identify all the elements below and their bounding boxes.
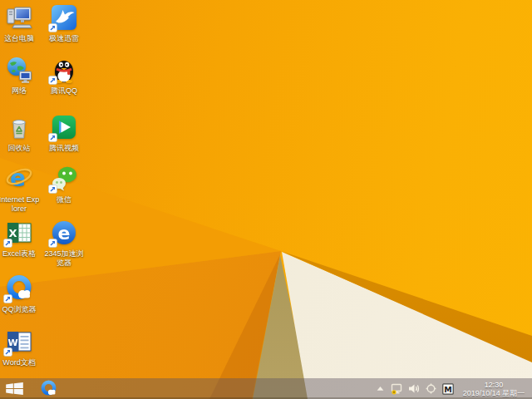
icon-label: 回收站 [8, 144, 31, 153]
taskbar-clock[interactable]: 12:30 2019/10/14 星期一 [460, 381, 528, 397]
shortcut-arrow-icon [48, 76, 57, 85]
svg-text:X: X [8, 227, 17, 239]
windows-logo-icon [6, 382, 23, 395]
security-warning-icon [390, 383, 402, 395]
volume-icon [408, 383, 420, 394]
desktop-screen: 这台电脑 极速迅雷 网络 [0, 0, 532, 399]
ime-letter: M [444, 384, 451, 393]
recycle-bin-icon [5, 113, 33, 141]
desktop-icon-recycle-bin[interactable]: 回收站 [0, 113, 40, 153]
desktop-icon-wechat[interactable]: 微信 [43, 165, 85, 204]
desktop-icon-network[interactable]: 网络 [0, 56, 40, 96]
ime-indicator-icon: M [442, 383, 454, 395]
taskbar: M 12:30 2019/10/14 星期一 [0, 378, 532, 399]
svg-text:e: e [58, 223, 71, 244]
clock-time: 12:30 [485, 381, 504, 389]
svg-text:W: W [7, 337, 17, 348]
tray-ime-indicator[interactable]: M [442, 383, 454, 395]
icon-label: 腾讯视频 [49, 144, 79, 153]
desktop-icon-qq-browser[interactable]: QQ浏览器 [0, 274, 40, 314]
network-globe-icon [5, 56, 33, 84]
shortcut-arrow-icon [48, 185, 57, 194]
qq-browser-icon [40, 380, 57, 397]
taskbar-app-qq-browser[interactable] [33, 378, 63, 399]
tray-volume[interactable] [408, 383, 420, 394]
icon-label: 极速迅雷 [49, 34, 79, 43]
icon-label: 2345加速浏览器 [43, 249, 85, 268]
desktop-icon-excel[interactable]: X Excel表格 [0, 219, 40, 259]
desktop-icon-2345-browser[interactable]: e 2345加速浏览器 [43, 219, 85, 268]
desktop-icon-thunder[interactable]: 极速迅雷 [43, 3, 85, 43]
shortcut-arrow-icon [3, 239, 12, 248]
icon-label: 这台电脑 [4, 34, 34, 43]
icon-label: 腾讯QQ [51, 86, 77, 96]
desktop-icon-this-pc[interactable]: 这台电脑 [0, 3, 40, 43]
start-button[interactable] [0, 378, 28, 399]
shortcut-arrow-icon [48, 239, 57, 248]
tray-action-center[interactable] [426, 383, 436, 394]
icon-label: Internet Explorer [0, 195, 40, 214]
icon-label: 网络 [12, 86, 27, 96]
hidden-icons-chevron-icon [377, 386, 384, 392]
shortcut-arrow-icon [3, 294, 12, 303]
shortcut-arrow-icon [48, 133, 57, 142]
desktop-icon-tencent-qq[interactable]: 腾讯QQ [43, 56, 85, 96]
shortcut-arrow-icon [3, 347, 12, 357]
clock-date: 2019/10/14 星期一 [463, 389, 525, 397]
desktop-icon-word[interactable]: W Word文档 [0, 328, 40, 367]
desktop-icon-internet-explorer[interactable]: e Internet Explorer [0, 165, 40, 214]
show-hidden-icons-button[interactable] [377, 386, 384, 392]
tray-security-warning[interactable] [390, 383, 402, 395]
internet-explorer-icon: e [5, 165, 33, 193]
computer-icon [5, 3, 33, 32]
desktop-icon-tencent-video[interactable]: 腾讯视频 [43, 113, 85, 153]
action-center-icon [426, 383, 436, 394]
icon-label: 微信 [57, 195, 71, 204]
shortcut-arrow-icon [48, 23, 57, 32]
icon-label: QQ浏览器 [2, 305, 36, 314]
icon-label: Word文档 [2, 358, 35, 367]
system-tray: M 12:30 2019/10/14 星期一 [377, 381, 532, 397]
icon-label: Excel表格 [2, 249, 36, 259]
